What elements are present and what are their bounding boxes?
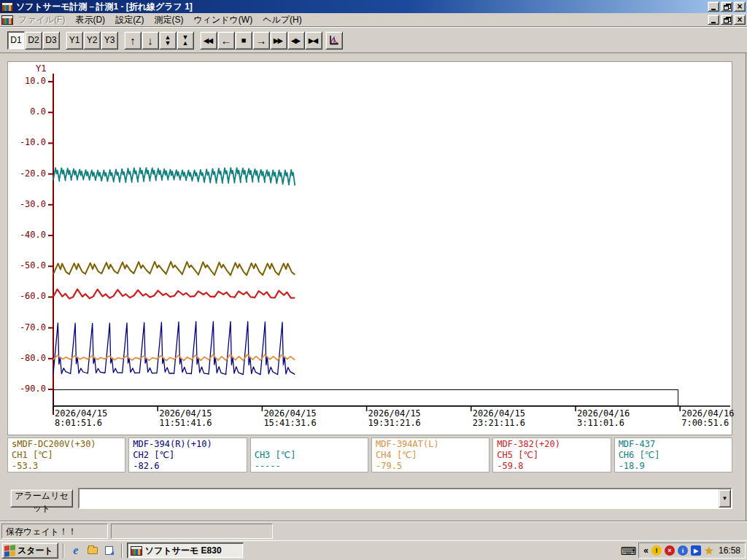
app-icon [131, 546, 142, 556]
info-balloon-icon[interactable]: i [678, 545, 688, 556]
security-alert-icon[interactable]: × [665, 545, 675, 556]
menu-settings[interactable]: 設定(Z) [110, 13, 149, 27]
child-close-button[interactable]: × [734, 15, 746, 25]
y3-button[interactable]: Y3 [101, 31, 118, 50]
y-tick-label: -60.0 [8, 291, 46, 301]
expand-vertical-button[interactable]: ▲▼ [159, 31, 177, 50]
status-panel-secondary [111, 524, 273, 539]
y-tick-label: -20.0 [8, 168, 46, 179]
y-tick-label: 0.0 [8, 106, 46, 117]
step-right-button[interactable]: → [252, 31, 270, 50]
folder-launch-button[interactable] [85, 543, 100, 558]
keyboard-layout-icon[interactable]: ⌨ [621, 545, 637, 556]
alarm-combo[interactable]: ▼ [78, 488, 732, 509]
system-tray: « ! × i ▶ ★ 16:58 [638, 542, 746, 559]
chart-panel: Y110.00.0-10.0-20.0-30.0-40.0-50.0-60.0-… [7, 61, 732, 435]
channel-label: CH4 [℃] [376, 450, 485, 461]
internet-explorer-launch-button[interactable]: e [69, 543, 83, 558]
x-tick-label: 2026/04/15 19:31:21.6 [368, 409, 421, 428]
combo-dropdown-button[interactable]: ▼ [719, 489, 731, 508]
show-desktop-button[interactable] [102, 543, 117, 558]
trace-ch2 [53, 322, 295, 375]
line-chart [8, 62, 732, 435]
taskbar: スタート e ソフトサーモ E830 ⌨ « ! × i ▶ ★ 16:58 [0, 540, 747, 560]
channel-name: MDF-394AT(L) [376, 439, 485, 450]
tray-overflow-chevron[interactable]: « [643, 545, 649, 556]
menu-measure[interactable]: 測定(S) [149, 13, 188, 27]
menu-file[interactable]: ファイル(F) [13, 13, 70, 27]
x-tick-label: 2026/04/15 23:21:11.6 [473, 409, 525, 428]
menu-window[interactable]: ウィンドウ(W) [188, 13, 258, 27]
taskbar-app-button[interactable]: ソフトサーモ E830 [127, 542, 244, 559]
channel-name: sMDF-DC200V(+30) [12, 439, 121, 450]
y-tick-label: -90.0 [8, 384, 46, 394]
y-axis-title: Y1 [36, 63, 46, 74]
line-graph-button[interactable] [325, 31, 343, 50]
trace-ch1 [53, 262, 295, 276]
child-window-icon[interactable] [1, 15, 13, 25]
stop-button[interactable]: ■ [235, 31, 252, 50]
y-tick-label: 10.0 [8, 76, 46, 86]
menu-view[interactable]: 表示(D) [70, 13, 110, 27]
app-icon [1, 2, 13, 12]
status-message: 保存ウェイト！！ [1, 524, 108, 539]
legend-cell-ch6: MDF-437 CH6 [℃] -18.9 [614, 438, 732, 472]
star-icon[interactable]: ★ [704, 545, 714, 556]
scroll-down-button[interactable]: ↓ [142, 31, 159, 50]
channel-label: CH1 [℃] [12, 450, 121, 461]
trace-ch6 [53, 168, 295, 185]
compress-vertical-button[interactable]: ▼▲ [177, 31, 194, 50]
channel-name [255, 439, 364, 450]
toolbar: D1 D2 D3 Y1 Y2 Y3 ↑ ↓ ▲▼ ▼▲ ◀◀ ← ■ → ▶▶ … [0, 27, 747, 53]
channel-value: -53.3 [12, 461, 121, 472]
alarm-reset-button[interactable]: アラームリセット [10, 489, 73, 508]
y-tick-label: -10.0 [8, 137, 46, 147]
d2-button[interactable]: D2 [25, 31, 42, 50]
media-play-icon[interactable]: ▶ [691, 545, 701, 556]
compress-horizontal-button[interactable]: ▶◀ [305, 31, 322, 50]
close-button[interactable]: × [734, 1, 746, 12]
channel-label: CH6 [℃] [619, 450, 728, 461]
legend-cell-ch4: MDF-394AT(L) CH4 [℃] -79.5 [371, 438, 489, 472]
line-graph-icon [328, 34, 340, 46]
y1-button[interactable]: Y1 [66, 31, 83, 50]
d3-button[interactable]: D3 [42, 31, 60, 50]
chevron-down-icon: ▼ [722, 496, 728, 502]
folder-icon [88, 547, 98, 554]
channel-name: MDF-437 [619, 439, 728, 450]
internet-explorer-icon: e [73, 544, 78, 557]
child-minimize-button[interactable] [708, 15, 719, 25]
minimize-icon [711, 9, 716, 10]
y-tick-label: -40.0 [8, 230, 46, 240]
expand-horizontal-button[interactable]: ◀▶ [287, 31, 305, 50]
y2-button[interactable]: Y2 [83, 31, 101, 50]
channel-name: MDF-394(R)(+10) [133, 439, 242, 450]
channel-label: CH5 [℃] [497, 450, 606, 461]
y-tick-label: -80.0 [8, 353, 46, 363]
windows-logo-icon [4, 545, 15, 557]
child-restore-button[interactable] [721, 15, 732, 25]
scroll-up-button[interactable]: ↑ [124, 31, 142, 50]
x-tick-label: 2026/04/15 8:01:51.6 [55, 409, 107, 428]
close-icon: × [737, 3, 742, 10]
step-left-button[interactable]: ← [217, 31, 235, 50]
legend-cell-ch2: MDF-394(R)(+10) CH2 [℃] -82.6 [128, 438, 247, 472]
minimize-button[interactable] [708, 1, 719, 12]
security-warning-icon[interactable]: ! [651, 545, 662, 556]
menu-bar: ファイル(F) 表示(D) 設定(Z) 測定(S) ウィンドウ(W) ヘルプ(H… [0, 13, 747, 27]
desktop: ソフトサーモ計測－計測1 - [折れ線グラフ 1] × ファイル(F) 表示(D… [0, 0, 747, 560]
channel-value: -79.5 [376, 461, 485, 472]
alarm-combo-value[interactable] [80, 489, 719, 508]
menu-help[interactable]: ヘルプ(H) [258, 13, 307, 27]
minimize-icon [711, 22, 716, 23]
jump-start-button[interactable]: ◀◀ [200, 31, 217, 50]
y-tick-label: -30.0 [8, 199, 46, 209]
channel-value: -82.6 [133, 461, 242, 472]
jump-end-button[interactable]: ▶▶ [270, 31, 287, 50]
d1-button[interactable]: D1 [7, 31, 25, 50]
start-button[interactable]: スタート [1, 542, 58, 559]
x-tick-label: 2026/04/16 7:00:51.6 [681, 409, 734, 428]
legend-cell-ch3: CH3 [℃] ----- [250, 438, 368, 472]
restore-icon [724, 17, 730, 23]
restore-button[interactable] [721, 1, 732, 12]
